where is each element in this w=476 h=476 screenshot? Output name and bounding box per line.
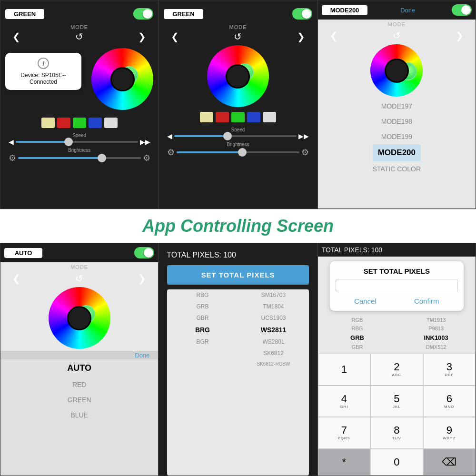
key-3[interactable]: 3 DEF bbox=[423, 354, 476, 386]
refresh-icon-top-center[interactable]: ↺ bbox=[234, 31, 242, 42]
brightness-thumb-top-center[interactable] bbox=[238, 148, 247, 157]
confirm-button[interactable]: Confirm bbox=[414, 297, 439, 305]
mode-item-green[interactable]: GREEN bbox=[0, 392, 158, 407]
proto-dialog-grb[interactable]: GRB bbox=[318, 333, 397, 343]
key-delete[interactable]: ⌫ bbox=[423, 449, 476, 476]
key-0[interactable]: 0 bbox=[370, 449, 423, 476]
mode-badge-top-center[interactable]: GREEN bbox=[164, 9, 203, 19]
proto-grb[interactable]: GRB bbox=[167, 301, 238, 312]
swatch-white[interactable] bbox=[104, 118, 118, 128]
refresh-icon-bottom-left[interactable]: ↺ bbox=[75, 273, 83, 284]
key-6[interactable]: 6 MNO bbox=[423, 386, 476, 417]
color-wheel-bottom-left[interactable] bbox=[49, 287, 110, 349]
swatch-yellow[interactable] bbox=[41, 118, 55, 128]
toggle-bottom-left[interactable] bbox=[134, 247, 154, 258]
key-3-letters: DEF bbox=[445, 373, 454, 377]
proto-sk6812-rgbw[interactable]: SK6812-RGBW bbox=[238, 359, 309, 369]
swatch-green[interactable] bbox=[73, 118, 86, 128]
mode-item-static[interactable]: STATIC COLOR bbox=[373, 161, 421, 177]
proto-gbr[interactable]: GBR bbox=[167, 312, 238, 324]
key-9[interactable]: 9 WXYZ bbox=[423, 417, 476, 449]
proto-sm16703[interactable]: SM16703 bbox=[238, 289, 309, 301]
toggle-top-center[interactable] bbox=[292, 8, 312, 20]
mode-badge-top-right[interactable]: MODE200 bbox=[322, 5, 368, 15]
speed-plus-top-center[interactable]: ▶▶ bbox=[298, 132, 309, 140]
proto-ws2801[interactable]: WS2801 bbox=[238, 336, 309, 347]
swatch-green-c[interactable] bbox=[231, 112, 245, 122]
mode-item-198[interactable]: MODE198 bbox=[373, 114, 421, 129]
mode-badge-top-left[interactable]: GREEN bbox=[5, 9, 44, 19]
color-wheel-top-right[interactable] bbox=[370, 44, 423, 97]
refresh-icon-top-left[interactable]: ↺ bbox=[75, 31, 83, 42]
proto-bgr[interactable]: BGR bbox=[167, 336, 238, 347]
nav-left-top-left[interactable]: ❮ bbox=[12, 31, 20, 42]
speed-minus-top-left[interactable]: ◀ bbox=[9, 138, 14, 146]
mode-item-red[interactable]: RED bbox=[0, 377, 158, 392]
speed-plus-top-left[interactable]: ▶▶ bbox=[140, 138, 150, 146]
done-btn-top-right[interactable]: Done bbox=[400, 7, 419, 14]
refresh-icon-top-right[interactable]: ↺ bbox=[393, 30, 401, 41]
proto-dialog-tm1913[interactable]: TM1913 bbox=[397, 316, 476, 324]
nav-right-top-right[interactable]: ❯ bbox=[456, 30, 464, 41]
key-8[interactable]: 8 TUV bbox=[370, 417, 423, 449]
mode-item-199[interactable]: MODE199 bbox=[373, 129, 421, 144]
proto-sk6812a[interactable]: SK6812 bbox=[238, 347, 309, 359]
toggle-top-left[interactable] bbox=[133, 8, 153, 20]
proto-dialog-p9813[interactable]: P9813 bbox=[397, 324, 476, 333]
proto-ucs1903[interactable]: UCS1903 bbox=[238, 312, 309, 324]
proto-dialog-rbg[interactable]: RBG bbox=[318, 324, 397, 333]
nav-left-top-right[interactable]: ❮ bbox=[330, 30, 338, 41]
color-wheel-top-left[interactable] bbox=[91, 48, 153, 110]
color-wheel-top-center[interactable] bbox=[207, 45, 269, 107]
key-4[interactable]: 4 GHI bbox=[318, 386, 370, 417]
speed-track-top-center[interactable] bbox=[174, 135, 297, 137]
key-2[interactable]: 2 ABC bbox=[370, 354, 423, 386]
gear-right-top-center[interactable]: ⚙ bbox=[301, 147, 309, 158]
speed-thumb-top-center[interactable] bbox=[223, 132, 232, 140]
mode-item-200[interactable]: MODE200 bbox=[373, 144, 421, 161]
proto-dialog-dmx512[interactable]: DMX512 bbox=[397, 343, 476, 351]
dialog-input-field[interactable] bbox=[336, 279, 458, 292]
key-5[interactable]: 5 JKL bbox=[370, 386, 423, 417]
brightness-track-top-left[interactable] bbox=[18, 157, 141, 159]
brightness-thumb-top-left[interactable] bbox=[98, 154, 106, 162]
proto-dialog-gbr[interactable]: GBR bbox=[318, 343, 397, 351]
swatch-blue-c[interactable] bbox=[247, 112, 260, 122]
brightness-track-top-center[interactable] bbox=[177, 151, 299, 153]
nav-right-bottom-left[interactable]: ❯ bbox=[138, 273, 146, 284]
proto-dialog-ink1003[interactable]: INK1003 bbox=[397, 333, 476, 343]
gear-right-top-left[interactable]: ⚙ bbox=[143, 153, 150, 163]
speed-slider-row-top-left: ◀ ▶▶ bbox=[9, 138, 150, 146]
proto-tm1804[interactable]: TM1804 bbox=[238, 301, 309, 312]
done-btn-bottom-left[interactable]: Done bbox=[135, 352, 153, 359]
nav-left-bottom-left[interactable]: ❮ bbox=[12, 273, 20, 284]
proto-ws2811[interactable]: WS2811 bbox=[238, 324, 309, 336]
mode-item-197[interactable]: MODE197 bbox=[373, 99, 421, 114]
gear-left-top-left[interactable]: ⚙ bbox=[9, 153, 16, 163]
speed-minus-top-center[interactable]: ◀ bbox=[167, 132, 172, 140]
mode-item-blue[interactable]: BLUE bbox=[0, 407, 158, 423]
key-asterisk[interactable]: * bbox=[318, 449, 370, 476]
swatch-red[interactable] bbox=[57, 118, 70, 128]
speed-track-top-left[interactable] bbox=[16, 141, 138, 143]
nav-right-top-left[interactable]: ❯ bbox=[138, 31, 146, 42]
speed-thumb-top-left[interactable] bbox=[64, 138, 73, 146]
swatch-blue[interactable] bbox=[89, 118, 102, 128]
bottom-row: AUTO MODE ❮ ↺ ❯ Done AUTO RED G bbox=[0, 243, 476, 476]
mode-badge-bottom-left[interactable]: AUTO bbox=[4, 248, 42, 258]
key-1[interactable]: 1 bbox=[318, 354, 370, 386]
set-pixels-btn[interactable]: SET TOTAL PIXELS bbox=[167, 265, 309, 285]
proto-dialog-rgb[interactable]: RGB bbox=[318, 316, 397, 324]
nav-left-top-center[interactable]: ❮ bbox=[171, 31, 179, 42]
toggle-top-right[interactable] bbox=[452, 4, 472, 16]
swatch-white-c[interactable] bbox=[263, 112, 276, 122]
proto-rbg[interactable]: RBG bbox=[167, 289, 238, 301]
swatch-yellow-c[interactable] bbox=[200, 112, 213, 122]
swatch-red-c[interactable] bbox=[216, 112, 229, 122]
gear-left-top-center[interactable]: ⚙ bbox=[167, 147, 175, 158]
cancel-button[interactable]: Cancel bbox=[354, 297, 377, 305]
proto-brg[interactable]: BRG bbox=[167, 324, 238, 336]
mode-item-auto[interactable]: AUTO bbox=[0, 359, 158, 377]
key-7[interactable]: 7 PQRS bbox=[318, 417, 370, 449]
nav-right-top-center[interactable]: ❯ bbox=[297, 31, 305, 42]
